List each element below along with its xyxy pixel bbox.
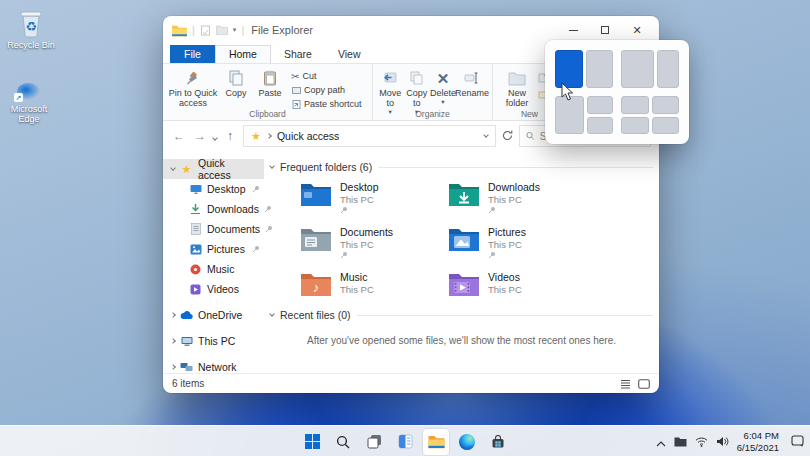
breadcrumb[interactable]: ★ Quick access: [243, 125, 496, 147]
sidebar-item-desktop[interactable]: Desktop: [163, 179, 264, 199]
refresh-button[interactable]: [501, 129, 514, 144]
tray-app-icon[interactable]: [674, 433, 687, 451]
tab-share[interactable]: Share: [271, 46, 325, 63]
copy-button[interactable]: Copy: [219, 67, 253, 98]
task-view-button[interactable]: [361, 429, 387, 455]
tab-file[interactable]: File: [170, 45, 215, 63]
volume-button[interactable]: [716, 433, 729, 451]
folder-tile-videos[interactable]: Videos This PC: [446, 267, 594, 301]
expand-chevron-icon[interactable]: [170, 338, 176, 344]
clock[interactable]: 6:04 PM 6/15/2021: [737, 430, 779, 453]
widgets-icon: [398, 434, 413, 449]
tray-folder-icon: [674, 437, 687, 447]
notification-center-button[interactable]: [791, 433, 804, 451]
back-button[interactable]: ←: [171, 129, 187, 143]
tray-overflow-button[interactable]: [656, 433, 666, 451]
forward-button[interactable]: →: [192, 129, 208, 143]
desktop-icon-recycle-bin[interactable]: ♻ Recycle Bin: [2, 8, 60, 50]
button-label: Paste shortcut: [304, 99, 362, 109]
sidebar-item-this-pc[interactable]: This PC: [163, 331, 264, 351]
details-view-icon[interactable]: [620, 379, 631, 389]
item-count: 6 items: [172, 378, 204, 389]
network-status-button[interactable]: [695, 433, 708, 451]
pin-icon: [488, 206, 496, 214]
button-label: Copy to: [403, 88, 429, 108]
pin-icon: [488, 251, 496, 259]
clock-time: 6:04 PM: [737, 430, 779, 441]
tab-view[interactable]: View: [325, 46, 374, 63]
folder-tile-documents[interactable]: Documents This PC: [298, 222, 446, 263]
desktop-icon-edge[interactable]: ↗ Microsoft Edge: [0, 72, 58, 125]
recent-locations-button[interactable]: [213, 130, 217, 142]
this-pc-icon: [180, 335, 193, 348]
tab-home[interactable]: Home: [215, 45, 271, 63]
delete-button[interactable]: ✕ Delete ▾: [430, 67, 456, 106]
sidebar-item-quick-access[interactable]: ★ Quick access: [163, 159, 264, 179]
breadcrumb-location[interactable]: Quick access: [277, 130, 339, 142]
snap-zone-bottom-right[interactable]: [652, 117, 680, 135]
folder-tile-desktop[interactable]: Desktop This PC: [298, 177, 446, 218]
search-button[interactable]: [330, 429, 356, 455]
file-explorer-button[interactable]: [423, 429, 449, 455]
paste-button[interactable]: Paste: [253, 67, 287, 98]
folder-icon-documents: [300, 226, 332, 252]
copy-path-button[interactable]: Copy path: [291, 84, 362, 96]
rename-button[interactable]: Rename: [456, 67, 488, 98]
folder-tile-downloads[interactable]: Downloads This PC: [446, 177, 594, 218]
frequent-folders-grid: Desktop This PC Downloads Th: [270, 177, 653, 301]
sidebar-item-documents[interactable]: Documents: [163, 219, 264, 239]
snap-zone-right[interactable]: [586, 50, 614, 88]
chevron-up-icon: [656, 441, 666, 447]
collapse-chevron-icon[interactable]: [269, 311, 275, 317]
close-button[interactable]: ✕: [621, 18, 653, 42]
button-label: Copy: [225, 88, 246, 98]
folder-tile-pictures[interactable]: Pictures This PC: [446, 222, 594, 263]
videos-icon: [189, 283, 202, 296]
snap-zone-right-bottom[interactable]: [587, 117, 614, 135]
expand-chevron-icon[interactable]: [170, 312, 176, 318]
qat-new-folder-icon[interactable]: [216, 25, 228, 35]
qat-dropdown-icon[interactable]: ▾: [233, 26, 237, 34]
thumbnail-view-icon[interactable]: [638, 379, 650, 389]
up-button[interactable]: ↑: [222, 129, 238, 143]
pin-icon: [340, 251, 348, 259]
expand-chevron-icon[interactable]: [170, 165, 176, 171]
new-folder-button[interactable]: New folder: [497, 67, 537, 108]
window-title: File Explorer: [251, 24, 313, 36]
sidebar-item-onedrive[interactable]: OneDrive: [163, 305, 264, 325]
maximize-button[interactable]: [589, 18, 621, 42]
snap-zone-top-right[interactable]: [652, 96, 680, 114]
snap-option-four-quadrants[interactable]: [621, 96, 679, 134]
section-recent-files[interactable]: Recent files (0): [270, 309, 653, 321]
minimize-button[interactable]: [557, 18, 589, 42]
snap-zone-top-left[interactable]: [621, 96, 649, 114]
sidebar-item-label: Downloads: [207, 203, 259, 215]
sidebar-item-downloads[interactable]: Downloads: [163, 199, 264, 219]
qat-properties-icon[interactable]: [200, 25, 211, 36]
pin-to-quick-access-button[interactable]: Pin to Quick access: [167, 67, 219, 108]
mouse-cursor: [561, 82, 575, 102]
snap-zone-right-top[interactable]: [587, 96, 614, 114]
expand-chevron-icon[interactable]: [170, 364, 176, 370]
folder-name: Desktop: [340, 181, 379, 194]
start-button[interactable]: [299, 429, 325, 455]
edge-button[interactable]: [454, 429, 480, 455]
sidebar-item-videos[interactable]: Videos: [163, 279, 264, 299]
cut-button[interactable]: ✂ Cut: [291, 70, 362, 82]
collapse-chevron-icon[interactable]: [269, 163, 275, 169]
sidebar-item-music[interactable]: Music: [163, 259, 264, 279]
snap-zone-bottom-left[interactable]: [621, 117, 649, 135]
snap-option-two-unequal[interactable]: [621, 50, 679, 88]
snap-zone-left-wide[interactable]: [621, 50, 654, 88]
store-button[interactable]: [485, 429, 511, 455]
task-view-icon: [367, 434, 382, 449]
snap-zone-right-narrow[interactable]: [657, 50, 679, 88]
copy-path-icon: [291, 85, 301, 95]
section-frequent-folders[interactable]: Frequent folders (6): [270, 161, 653, 173]
widgets-button[interactable]: [392, 429, 418, 455]
sidebar-item-label: Desktop: [207, 183, 246, 195]
address-dropdown-button[interactable]: [484, 135, 488, 137]
folder-tile-music[interactable]: ♪ Music This PC: [298, 267, 446, 301]
sidebar-item-pictures[interactable]: Pictures: [163, 239, 264, 259]
music-icon: [189, 263, 202, 276]
